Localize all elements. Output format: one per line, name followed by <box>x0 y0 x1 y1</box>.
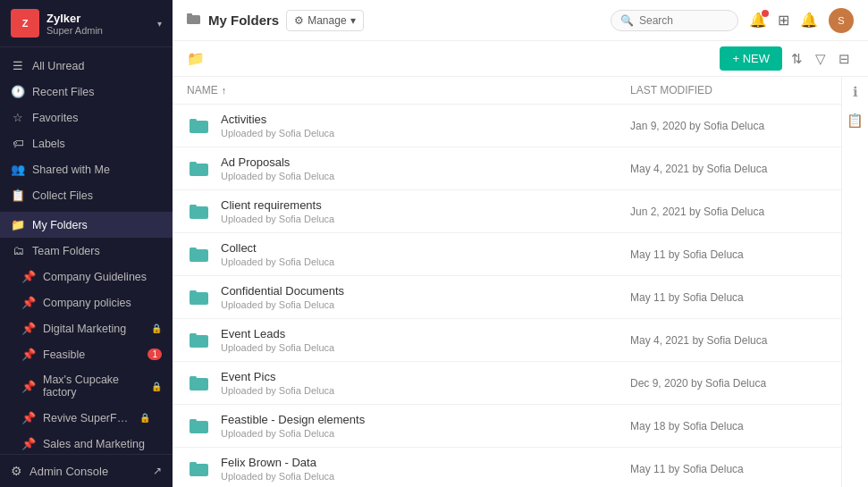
table-row[interactable]: Client requirements Uploaded by Sofia De… <box>173 190 841 233</box>
notification-dot <box>762 10 769 17</box>
folder-subtitle: Uploaded by Sofia Deluca <box>221 256 630 267</box>
folder-icon <box>187 285 212 310</box>
sidebar-item-feasible[interactable]: 📌 Feasible 1 <box>0 341 173 367</box>
sidebar-header[interactable]: Z Zylker Super Admin ▾ <box>0 0 173 47</box>
sidebar-item-recent-files[interactable]: 🕐 Recent Files <box>0 79 173 105</box>
table-body: Activities Uploaded by Sofia Deluca Jan … <box>173 105 841 487</box>
table-row[interactable]: Felix Brown - Data Uploaded by Sofia Del… <box>173 448 841 487</box>
last-modified: May 4, 2021 by Sofia Deluca <box>630 334 827 347</box>
svg-rect-7 <box>190 205 197 208</box>
sidebar-item-collect-files[interactable]: 📋 Collect Files <box>0 182 173 208</box>
user-name: Zylker <box>46 12 157 25</box>
sidebar-item-labels[interactable]: 🏷 Labels <box>0 130 173 156</box>
sort-ascending-icon: ↑ <box>222 85 227 96</box>
sort-icon[interactable]: ⇅ <box>788 49 806 69</box>
admin-console-label: Admin Console <box>29 465 108 478</box>
folder-icon <box>187 371 212 396</box>
folder-name: Feastible - Design elements <box>221 413 630 426</box>
topbar-title-area: My Folders ⚙ Manage ▾ <box>187 10 602 31</box>
clock-icon: 🕐 <box>11 85 25 98</box>
sidebar-item-shared-with-me[interactable]: 👥 Shared with Me <box>0 156 173 182</box>
chevron-down-icon: ▾ <box>350 14 356 27</box>
star-icon: ☆ <box>11 111 25 124</box>
sidebar-item-label: Company policies <box>43 297 162 309</box>
lock-icon: 🔒 <box>151 323 162 333</box>
view-options-icon[interactable]: ⊟ <box>835 49 854 69</box>
user-role: Super Admin <box>46 25 157 36</box>
last-modified: Jan 9, 2020 by Sofia Deluca <box>630 120 827 132</box>
filter-icon[interactable]: ▽ <box>812 49 830 69</box>
table-row[interactable]: Event Pics Uploaded by Sofia Deluca Dec … <box>173 362 841 405</box>
table-row[interactable]: Event Leads Uploaded by Sofia Deluca May… <box>173 319 841 362</box>
folder-subtitle: Uploaded by Sofia Deluca <box>221 428 630 439</box>
grid-icon: ⊞ <box>778 13 789 28</box>
admin-console-link[interactable]: ⚙ Admin Console ↗ <box>0 454 173 487</box>
all-unread-icon: ☰ <box>11 59 25 72</box>
folder-icon <box>187 328 212 353</box>
column-modified-header[interactable]: LAST MODIFIED <box>630 84 827 97</box>
sidebar-item-label: Max's Cupcake factory <box>43 374 144 399</box>
user-avatar[interactable]: S <box>829 8 854 33</box>
pin-icon: 📌 <box>21 437 36 450</box>
topbar: My Folders ⚙ Manage ▾ 🔍 🔔 ⊞ 🔔 <box>173 0 868 41</box>
sidebar-item-sales-marketing[interactable]: 📌 Sales and Marketing <box>0 431 173 454</box>
svg-rect-10 <box>190 292 208 305</box>
chevron-down-icon: ▾ <box>157 19 162 29</box>
new-button[interactable]: + NEW <box>720 46 782 71</box>
notifications-button[interactable]: 🔔 <box>749 12 767 29</box>
folder-name: Activities <box>221 113 630 126</box>
table-row[interactable]: Feastible - Design elements Uploaded by … <box>173 405 841 448</box>
files-table: NAME ↑ LAST MODIFIED Activities Uploaded… <box>173 77 841 487</box>
svg-rect-4 <box>190 164 208 176</box>
svg-rect-8 <box>190 249 208 262</box>
svg-rect-18 <box>190 464 208 476</box>
folder-nav-icon <box>187 13 201 28</box>
sidebar-item-label: Team Folders <box>32 245 162 257</box>
notification-badge: 1 <box>147 348 162 360</box>
sidebar-item-team-folders[interactable]: 🗂 Team Folders <box>0 238 173 264</box>
sidebar-item-digital-marketing[interactable]: 📌 Digital Marketing 🔒 <box>0 315 173 341</box>
sidebar-item-company-policies[interactable]: 📌 Company policies <box>0 290 173 315</box>
sidebar-item-my-folders[interactable]: 📁 My Folders <box>0 212 173 238</box>
folder-name: Event Pics <box>221 370 630 383</box>
manage-label: Manage <box>308 14 346 27</box>
search-icon: 🔍 <box>620 14 634 27</box>
sidebar-item-label: Revive SuperFoods Ad... <box>43 412 132 424</box>
table-row[interactable]: Confidential Documents Uploaded by Sofia… <box>173 276 841 319</box>
search-input[interactable] <box>639 14 729 27</box>
pin-icon: 📌 <box>21 322 36 335</box>
row-info: Felix Brown - Data Uploaded by Sofia Del… <box>221 456 630 482</box>
sidebar-item-label: Recent Files <box>32 86 162 98</box>
table-row[interactable]: Ad Proposals Uploaded by Sofia Deluca Ma… <box>173 147 841 190</box>
apps-button[interactable]: ⊞ <box>778 12 789 29</box>
clipboard-icon[interactable]: 📋 <box>847 113 864 129</box>
app-logo: Z <box>11 9 39 38</box>
last-modified: Dec 9, 2020 by Sofia Deluca <box>630 377 827 390</box>
search-box[interactable]: 🔍 <box>611 10 738 31</box>
sidebar-item-label: Shared with Me <box>32 164 162 176</box>
pin-icon: 📌 <box>21 411 36 424</box>
sidebar-item-revive-superfoods[interactable]: 📌 Revive SuperFoods Ad... 🔒 <box>0 405 173 431</box>
alerts-button[interactable]: 🔔 <box>800 12 818 29</box>
folder-name: Felix Brown - Data <box>221 456 630 469</box>
table-row[interactable]: Collect Uploaded by Sofia Deluca May 11 … <box>173 233 841 276</box>
pin-icon: 📌 <box>21 380 36 393</box>
svg-rect-17 <box>190 419 197 423</box>
topbar-actions: 🔍 🔔 ⊞ 🔔 S <box>611 8 854 33</box>
svg-rect-16 <box>190 421 208 433</box>
sidebar-item-all-unread[interactable]: ☰ All Unread <box>0 53 173 79</box>
row-info: Ad Proposals Uploaded by Sofia Deluca <box>221 155 630 181</box>
info-icon[interactable]: ℹ <box>853 84 858 100</box>
manage-button[interactable]: ⚙ Manage ▾ <box>286 10 363 31</box>
table-row[interactable]: Activities Uploaded by Sofia Deluca Jan … <box>173 105 841 147</box>
last-modified: May 18 by Sofia Deluca <box>630 420 827 432</box>
sidebar-item-company-guidelines[interactable]: 📌 Company Guidelines <box>0 264 173 290</box>
lock-icon: 🔒 <box>139 413 150 423</box>
folder-subtitle: Uploaded by Sofia Deluca <box>221 299 630 310</box>
settings-icon: ⚙ <box>11 464 22 478</box>
sidebar-item-maxs-cupcake[interactable]: 📌 Max's Cupcake factory 🔒 <box>0 367 173 405</box>
breadcrumb-action[interactable]: 📁 <box>187 50 205 67</box>
sidebar-item-favorites[interactable]: ☆ Favorites <box>0 105 173 130</box>
svg-rect-1 <box>187 13 192 16</box>
column-name-header[interactable]: NAME ↑ <box>187 84 630 97</box>
